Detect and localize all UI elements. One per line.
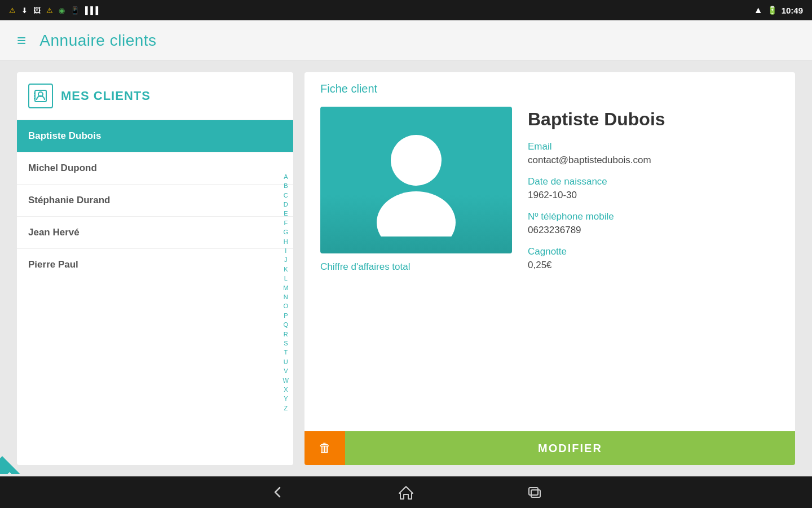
contacts-icon <box>28 84 53 108</box>
alpha-letter[interactable]: L <box>281 274 291 283</box>
client-list-item[interactable]: Jean Hervé <box>17 217 293 249</box>
panel-header-title: MES CLIENTS <box>61 89 151 103</box>
alpha-letter[interactable]: W <box>281 376 291 385</box>
client-name: Jean Hervé <box>28 227 80 238</box>
svg-rect-8 <box>529 488 538 495</box>
clock: 10:49 <box>782 6 803 15</box>
birth-label: Date de naissance <box>528 176 779 187</box>
fiche-title: Fiche client <box>320 82 779 95</box>
alpha-letter[interactable]: V <box>281 367 291 375</box>
svg-rect-9 <box>531 490 540 497</box>
alpha-letter[interactable]: G <box>281 228 291 237</box>
alpha-letter[interactable]: T <box>281 348 291 357</box>
alpha-letter[interactable]: F <box>281 219 291 227</box>
panel-header: MES CLIENTS <box>17 72 293 120</box>
fiche-header: Fiche client <box>304 72 795 101</box>
modify-button[interactable]: MODIFIER <box>345 431 795 465</box>
app-title: Annuaire clients <box>39 32 156 50</box>
avatar-box <box>320 107 512 253</box>
phone-label: Nº téléphone mobile <box>528 211 779 222</box>
app-bar: ≡ Annuaire clients <box>0 20 812 61</box>
alphabet-index[interactable]: ABCDEFGHIJKLMNOPQRSTUVWXYZ <box>281 120 291 465</box>
fiche-body: Chiffre d'affaires total Baptiste Dubois… <box>304 101 795 431</box>
alpha-letter[interactable]: H <box>281 238 291 246</box>
alpha-letter[interactable]: X <box>281 386 291 394</box>
svg-point-5 <box>391 135 442 186</box>
android-icon: ◉ <box>59 6 65 15</box>
warning-icon-2: ⚠ <box>46 6 53 15</box>
bottom-nav-bar <box>0 476 812 508</box>
delete-button[interactable]: 🗑 <box>304 431 345 465</box>
cagnotte-label: Cagnotte <box>528 246 779 257</box>
client-list: Baptiste DuboisMichel DupondStéphanie Du… <box>17 120 293 465</box>
email-field: Email contact@baptistedubois.com <box>528 141 779 166</box>
status-bar: ⚠ ⬇ 🖼 ⚠ ◉ 📱 ▌▌▌ ▲ 🔋 10:49 <box>0 0 812 20</box>
alpha-letter[interactable]: S <box>281 339 291 348</box>
ca-label: Chiffre d'affaires total <box>320 261 512 273</box>
battery-icon: 🔋 <box>767 6 777 15</box>
wifi-icon: ▲ <box>754 5 763 15</box>
trash-icon: 🗑 <box>319 441 331 456</box>
alpha-letter[interactable]: Y <box>281 395 291 403</box>
image-icon: 🖼 <box>33 6 41 15</box>
client-list-item[interactable]: Baptiste Dubois <box>17 120 293 152</box>
birth-value: 1962-10-30 <box>528 190 779 201</box>
email-label: Email <box>528 141 779 152</box>
client-name: Baptiste Dubois <box>28 130 101 142</box>
alpha-letter[interactable]: B <box>281 182 291 190</box>
svg-point-6 <box>377 191 456 237</box>
download-icon: ⬇ <box>21 6 28 15</box>
client-list-item[interactable]: Pierre Paul <box>17 249 293 281</box>
svg-marker-7 <box>399 487 413 499</box>
avatar-area: Chiffre d'affaires total <box>320 107 512 422</box>
home-button[interactable] <box>398 484 414 500</box>
barcode-icon: ▌▌▌ <box>85 6 101 15</box>
client-detail-panel: Fiche client Chiffre d'affaires total Ba… <box>304 72 795 465</box>
warning-icon-1: ⚠ <box>9 6 16 15</box>
alpha-letter[interactable]: P <box>281 312 291 320</box>
client-name: Michel Dupond <box>28 163 97 174</box>
client-name: Stéphanie Durand <box>28 195 110 206</box>
phone-value: 0623236789 <box>528 225 779 236</box>
email-value: contact@baptistedubois.com <box>528 155 779 166</box>
birth-field: Date de naissance 1962-10-30 <box>528 176 779 201</box>
back-button[interactable] <box>270 484 285 500</box>
phone-icon: 📱 <box>70 6 80 15</box>
alpha-letter[interactable]: Q <box>281 321 291 329</box>
alpha-letter[interactable]: Z <box>281 404 291 413</box>
detail-area: Baptiste Dubois Email contact@baptistedu… <box>528 107 779 422</box>
recents-button[interactable] <box>527 484 542 500</box>
client-list-panel: MES CLIENTS Baptiste DuboisMichel Dupond… <box>17 72 293 465</box>
alpha-letter[interactable]: E <box>281 209 291 218</box>
status-icons-left: ⚠ ⬇ 🖼 ⚠ ◉ 📱 ▌▌▌ <box>9 6 101 15</box>
alpha-letter[interactable]: N <box>281 293 291 301</box>
client-list-item[interactable]: Stéphanie Durand <box>17 185 293 217</box>
client-list-item[interactable]: Michel Dupond <box>17 152 293 185</box>
alpha-letter[interactable]: U <box>281 358 291 366</box>
action-bar: 🗑 MODIFIER <box>304 431 795 465</box>
alpha-letter[interactable]: C <box>281 191 291 200</box>
alpha-letter[interactable]: O <box>281 302 291 310</box>
alpha-letter[interactable]: M <box>281 284 291 292</box>
alpha-letter[interactable]: I <box>281 247 291 255</box>
client-name: Pierre Paul <box>28 259 78 270</box>
alpha-letter[interactable]: K <box>281 265 291 274</box>
alpha-letter[interactable]: A <box>281 173 291 181</box>
phone-field: Nº téléphone mobile 0623236789 <box>528 211 779 236</box>
client-fullname: Baptiste Dubois <box>528 109 779 130</box>
cagnotte-value: 0,25€ <box>528 260 779 271</box>
avatar-person-icon <box>371 124 461 237</box>
alpha-letter[interactable]: D <box>281 200 291 209</box>
hamburger-menu-icon[interactable]: ≡ <box>17 33 26 49</box>
alpha-letter[interactable]: J <box>281 256 291 264</box>
main-content: MES CLIENTS Baptiste DuboisMichel Dupond… <box>0 61 812 476</box>
status-icons-right: ▲ 🔋 10:49 <box>754 5 803 15</box>
cagnotte-field: Cagnotte 0,25€ <box>528 246 779 271</box>
alpha-letter[interactable]: R <box>281 330 291 339</box>
